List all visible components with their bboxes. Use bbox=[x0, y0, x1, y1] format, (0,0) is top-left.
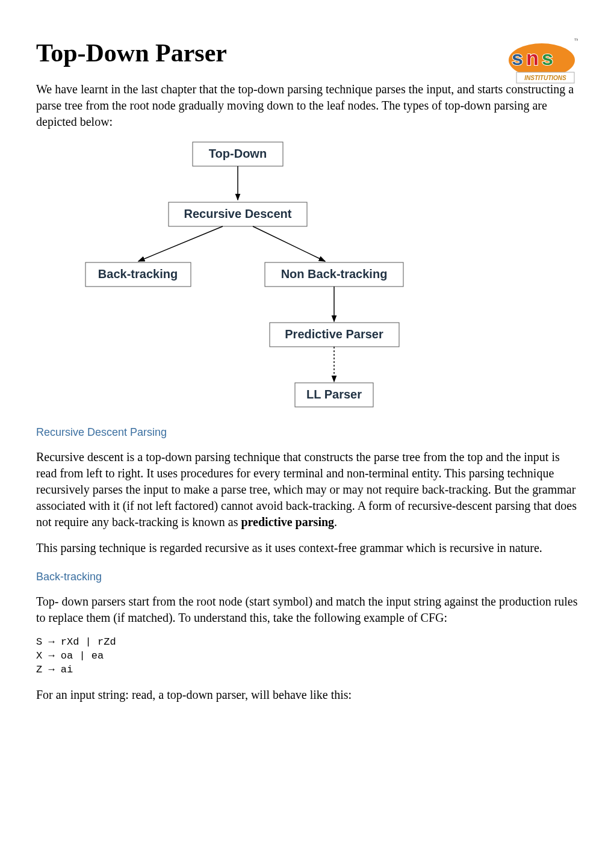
recursive-descent-para2: This parsing technique is regarded recur… bbox=[36, 540, 578, 556]
page-title: Top-Down Parser bbox=[36, 36, 578, 70]
svg-text:Predictive Parser: Predictive Parser bbox=[285, 327, 383, 341]
svg-text:s: s bbox=[542, 46, 553, 69]
svg-text:Top-Down: Top-Down bbox=[209, 147, 267, 160]
svg-text:s: s bbox=[512, 46, 523, 69]
svg-text:INSTITUTIONS: INSTITUTIONS bbox=[524, 75, 566, 81]
sns-logo: s n s INSTITUTIONS TM bbox=[500, 36, 578, 84]
svg-line-13 bbox=[253, 226, 325, 261]
backtracking-para2: For an input string: read, a top-down pa… bbox=[36, 687, 578, 703]
intro-paragraph: We have learnt in the last chapter that … bbox=[36, 81, 578, 130]
svg-text:Recursive Descent: Recursive Descent bbox=[184, 207, 292, 220]
svg-text:Back-tracking: Back-tracking bbox=[98, 267, 178, 281]
cfg-code: S → rXd | rZd X → oa | ea Z → ai bbox=[36, 636, 578, 677]
parser-hierarchy-diagram: Top-Down Recursive Descent Back-tracking… bbox=[84, 141, 421, 412]
svg-text:LL Parser: LL Parser bbox=[306, 388, 362, 401]
section-heading-recursive-descent: Recursive Descent Parsing bbox=[36, 425, 578, 439]
backtracking-para1: Top- down parsers start from the root no… bbox=[36, 594, 578, 626]
section-heading-backtracking: Back-tracking bbox=[36, 569, 578, 584]
svg-text:Non Back-tracking: Non Back-tracking bbox=[281, 267, 388, 281]
svg-text:TM: TM bbox=[574, 38, 578, 42]
svg-text:n: n bbox=[526, 46, 539, 69]
recursive-descent-para1: Recursive descent is a top-down parsing … bbox=[36, 449, 578, 530]
svg-line-12 bbox=[138, 226, 223, 261]
